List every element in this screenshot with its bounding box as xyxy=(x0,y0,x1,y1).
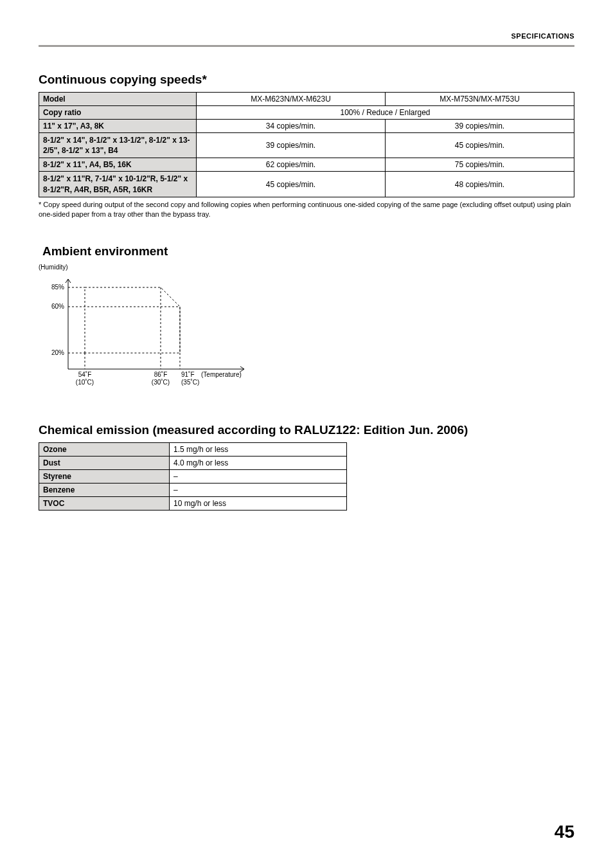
row-val-a: 45 copies/min. xyxy=(197,172,386,197)
table-row: Dust 4.0 mg/h or less xyxy=(39,457,347,470)
xtick-86c: (30˚C) xyxy=(152,379,170,386)
humidity-axis-label: (Humidity) xyxy=(39,264,574,271)
row-val-b: 75 copies/min. xyxy=(386,158,574,172)
model-b: MX-M753N/MX-M753U xyxy=(386,93,574,106)
row-val-a: 34 copies/min. xyxy=(197,120,386,133)
copy-ratio-label: Copy ratio xyxy=(39,106,197,120)
chem-label: TVOC xyxy=(39,497,170,511)
ambient-title: Ambient environment xyxy=(42,244,574,258)
xtick-54f: 54˚F xyxy=(78,371,92,378)
table-row: Copy ratio 100% / Reduce / Enlarged xyxy=(39,106,574,120)
speeds-footnote: * Copy speed during output of the second… xyxy=(39,200,574,219)
table-row: Benzene – xyxy=(39,484,347,497)
row-label: 8-1/2" x 11"R, 7-1/4" x 10-1/2"R, 5-1/2"… xyxy=(39,172,197,197)
speeds-table: Model MX-M623N/MX-M623U MX-M753N/MX-M753… xyxy=(39,92,574,197)
speeds-title: Continuous copying speeds* xyxy=(39,73,574,87)
row-val-b: 45 copies/min. xyxy=(386,133,574,158)
row-val-b: 48 copies/min. xyxy=(386,172,574,197)
copy-ratio-value: 100% / Reduce / Enlarged xyxy=(197,106,574,120)
chem-value: – xyxy=(170,484,347,497)
xtick-86f: 86˚F xyxy=(154,371,168,378)
row-label: 8-1/2" x 11", A4, B5, 16K xyxy=(39,158,197,172)
ambient-chart: (Humidity) 85% 60% 20% 54˚F (10˚C) 86˚F xyxy=(39,264,574,397)
row-label: 11" x 17", A3, 8K xyxy=(39,120,197,133)
table-row: 8-1/2" x 14", 8-1/2" x 13-1/2", 8-1/2" x… xyxy=(39,133,574,158)
table-row: TVOC 10 mg/h or less xyxy=(39,497,347,511)
table-row: 11" x 17", A3, 8K 34 copies/min. 39 copi… xyxy=(39,120,574,133)
row-val-b: 39 copies/min. xyxy=(386,120,574,133)
chem-label: Benzene xyxy=(39,484,170,497)
chemical-table: Ozone 1.5 mg/h or less Dust 4.0 mg/h or … xyxy=(39,442,347,511)
table-row: Model MX-M623N/MX-M623U MX-M753N/MX-M753… xyxy=(39,93,574,106)
model-a: MX-M623N/MX-M623U xyxy=(197,93,386,106)
chem-value: 10 mg/h or less xyxy=(170,497,347,511)
page-number: 45 xyxy=(555,822,574,842)
chem-value: 1.5 mg/h or less xyxy=(170,443,347,457)
chem-value: – xyxy=(170,470,347,484)
ytick-60: 60% xyxy=(51,303,64,310)
table-row: 8-1/2" x 11"R, 7-1/4" x 10-1/2"R, 5-1/2"… xyxy=(39,172,574,197)
ambient-chart-svg: 85% 60% 20% 54˚F (10˚C) 86˚F (30˚C) 91˚F… xyxy=(39,273,257,395)
chem-label: Dust xyxy=(39,457,170,470)
chem-label: Styrene xyxy=(39,470,170,484)
temperature-axis-label: (Temperature) xyxy=(201,371,242,378)
xtick-91c: (35˚C) xyxy=(181,379,199,386)
chem-label: Ozone xyxy=(39,443,170,457)
row-val-a: 62 copies/min. xyxy=(197,158,386,172)
table-row: Styrene – xyxy=(39,470,347,484)
table-row: Ozone 1.5 mg/h or less xyxy=(39,443,347,457)
model-label: Model xyxy=(39,93,197,106)
chemical-title: Chemical emission (measured according to… xyxy=(39,423,574,437)
row-val-a: 39 copies/min. xyxy=(197,133,386,158)
ytick-20: 20% xyxy=(51,349,64,356)
row-label: 8-1/2" x 14", 8-1/2" x 13-1/2", 8-1/2" x… xyxy=(39,133,197,158)
xtick-54c: (10˚C) xyxy=(76,379,94,386)
section-header: SPECIFICATIONS xyxy=(39,32,574,44)
chem-value: 4.0 mg/h or less xyxy=(170,457,347,470)
header-rule xyxy=(39,45,574,47)
xtick-91f: 91˚F xyxy=(181,371,195,378)
ytick-85: 85% xyxy=(51,284,64,291)
table-row: 8-1/2" x 11", A4, B5, 16K 62 copies/min.… xyxy=(39,158,574,172)
